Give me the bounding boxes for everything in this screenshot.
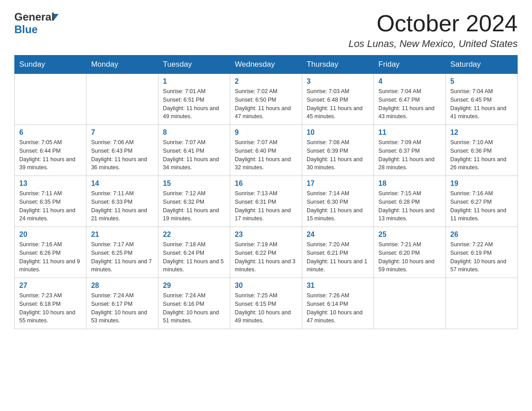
calendar-week-row-4: 20Sunrise: 7:16 AM Sunset: 6:26 PM Dayli… [15, 227, 518, 278]
day-info: Sunrise: 7:16 AM Sunset: 6:26 PM Dayligh… [19, 240, 82, 274]
col-friday: Friday [374, 56, 446, 74]
day-info: Sunrise: 7:11 AM Sunset: 6:35 PM Dayligh… [19, 189, 82, 223]
calendar-cell: 22Sunrise: 7:18 AM Sunset: 6:24 PM Dayli… [158, 227, 230, 278]
calendar-cell: 9Sunrise: 7:07 AM Sunset: 6:40 PM Daylig… [230, 125, 302, 176]
calendar-week-row-2: 6Sunrise: 7:05 AM Sunset: 6:44 PM Daylig… [15, 125, 518, 176]
day-number: 11 [378, 128, 441, 137]
calendar-cell [15, 74, 86, 125]
calendar-cell: 23Sunrise: 7:19 AM Sunset: 6:22 PM Dayli… [230, 227, 302, 278]
calendar-cell: 3Sunrise: 7:03 AM Sunset: 6:48 PM Daylig… [302, 74, 373, 125]
calendar-cell: 8Sunrise: 7:07 AM Sunset: 6:41 PM Daylig… [158, 125, 230, 176]
day-info: Sunrise: 7:26 AM Sunset: 6:14 PM Dayligh… [307, 291, 369, 325]
day-number: 28 [91, 282, 153, 290]
day-number: 17 [307, 180, 369, 188]
day-info: Sunrise: 7:01 AM Sunset: 6:51 PM Dayligh… [163, 87, 225, 121]
calendar-cell: 4Sunrise: 7:04 AM Sunset: 6:47 PM Daylig… [374, 74, 446, 125]
calendar-cell [374, 278, 446, 329]
day-info: Sunrise: 7:14 AM Sunset: 6:30 PM Dayligh… [307, 189, 369, 223]
day-info: Sunrise: 7:05 AM Sunset: 6:44 PM Dayligh… [19, 138, 82, 172]
day-number: 12 [450, 128, 513, 137]
calendar-cell: 5Sunrise: 7:04 AM Sunset: 6:45 PM Daylig… [446, 74, 517, 125]
day-number: 3 [307, 77, 369, 86]
calendar-cell: 27Sunrise: 7:23 AM Sunset: 6:18 PM Dayli… [15, 278, 86, 329]
calendar-cell: 11Sunrise: 7:09 AM Sunset: 6:37 PM Dayli… [374, 125, 446, 176]
day-number: 15 [163, 180, 225, 188]
calendar-cell: 30Sunrise: 7:25 AM Sunset: 6:15 PM Dayli… [230, 278, 302, 329]
day-info: Sunrise: 7:06 AM Sunset: 6:43 PM Dayligh… [91, 138, 153, 172]
day-info: Sunrise: 7:16 AM Sunset: 6:27 PM Dayligh… [450, 189, 513, 223]
calendar-cell: 2Sunrise: 7:02 AM Sunset: 6:50 PM Daylig… [230, 74, 302, 125]
location-title: Los Lunas, New Mexico, United States [348, 38, 518, 50]
calendar-cell: 20Sunrise: 7:16 AM Sunset: 6:26 PM Dayli… [15, 227, 86, 278]
day-info: Sunrise: 7:18 AM Sunset: 6:24 PM Dayligh… [163, 240, 225, 274]
day-info: Sunrise: 7:04 AM Sunset: 6:45 PM Dayligh… [450, 87, 513, 121]
day-info: Sunrise: 7:24 AM Sunset: 6:16 PM Dayligh… [163, 291, 225, 325]
day-info: Sunrise: 7:19 AM Sunset: 6:22 PM Dayligh… [235, 240, 297, 274]
calendar-cell: 26Sunrise: 7:22 AM Sunset: 6:19 PM Dayli… [446, 227, 517, 278]
day-number: 23 [235, 231, 297, 239]
day-number: 26 [450, 231, 513, 239]
day-info: Sunrise: 7:02 AM Sunset: 6:50 PM Dayligh… [235, 87, 297, 121]
logo: General Blue [14, 11, 59, 36]
calendar-cell: 7Sunrise: 7:06 AM Sunset: 6:43 PM Daylig… [86, 125, 158, 176]
calendar-header-row: Sunday Monday Tuesday Wednesday Thursday… [15, 56, 518, 74]
day-number: 7 [91, 128, 153, 137]
calendar-week-row-3: 13Sunrise: 7:11 AM Sunset: 6:35 PM Dayli… [15, 176, 518, 227]
day-info: Sunrise: 7:21 AM Sunset: 6:20 PM Dayligh… [378, 240, 441, 274]
day-info: Sunrise: 7:24 AM Sunset: 6:17 PM Dayligh… [91, 291, 153, 325]
calendar-cell: 13Sunrise: 7:11 AM Sunset: 6:35 PM Dayli… [15, 176, 86, 227]
calendar-cell [86, 74, 158, 125]
calendar-cell: 6Sunrise: 7:05 AM Sunset: 6:44 PM Daylig… [15, 125, 86, 176]
calendar-cell: 12Sunrise: 7:10 AM Sunset: 6:36 PM Dayli… [446, 125, 517, 176]
day-number: 14 [91, 180, 153, 188]
day-number: 31 [307, 282, 369, 290]
day-info: Sunrise: 7:23 AM Sunset: 6:18 PM Dayligh… [19, 291, 82, 325]
day-info: Sunrise: 7:22 AM Sunset: 6:19 PM Dayligh… [450, 240, 513, 274]
day-number: 8 [163, 128, 225, 137]
day-number: 1 [163, 77, 225, 86]
calendar-cell: 24Sunrise: 7:20 AM Sunset: 6:21 PM Dayli… [302, 227, 373, 278]
day-number: 10 [307, 128, 369, 137]
calendar-cell: 18Sunrise: 7:15 AM Sunset: 6:28 PM Dayli… [374, 176, 446, 227]
day-number: 20 [19, 231, 82, 239]
day-number: 13 [19, 180, 82, 188]
logo-triangle-icon [53, 14, 59, 21]
day-number: 16 [235, 180, 297, 188]
day-info: Sunrise: 7:11 AM Sunset: 6:33 PM Dayligh… [91, 189, 153, 223]
calendar-table: Sunday Monday Tuesday Wednesday Thursday… [14, 55, 518, 329]
day-info: Sunrise: 7:25 AM Sunset: 6:15 PM Dayligh… [235, 291, 297, 325]
calendar-cell: 1Sunrise: 7:01 AM Sunset: 6:51 PM Daylig… [158, 74, 230, 125]
day-number: 4 [378, 77, 441, 86]
header: General Blue October 2024 Los Lunas, New… [14, 11, 518, 50]
day-number: 5 [450, 77, 513, 86]
col-thursday: Thursday [302, 56, 373, 74]
day-info: Sunrise: 7:04 AM Sunset: 6:47 PM Dayligh… [378, 87, 441, 121]
day-info: Sunrise: 7:15 AM Sunset: 6:28 PM Dayligh… [378, 189, 441, 223]
day-info: Sunrise: 7:08 AM Sunset: 6:39 PM Dayligh… [307, 138, 369, 172]
month-title: October 2024 [348, 11, 518, 36]
day-info: Sunrise: 7:09 AM Sunset: 6:37 PM Dayligh… [378, 138, 441, 172]
col-monday: Monday [86, 56, 158, 74]
calendar-cell: 19Sunrise: 7:16 AM Sunset: 6:27 PM Dayli… [446, 176, 517, 227]
day-number: 19 [450, 180, 513, 188]
day-number: 25 [378, 231, 441, 239]
day-number: 18 [378, 180, 441, 188]
calendar-cell: 14Sunrise: 7:11 AM Sunset: 6:33 PM Dayli… [86, 176, 158, 227]
title-area: October 2024 Los Lunas, New Mexico, Unit… [348, 11, 518, 50]
calendar-week-row-5: 27Sunrise: 7:23 AM Sunset: 6:18 PM Dayli… [15, 278, 518, 329]
col-tuesday: Tuesday [158, 56, 230, 74]
calendar-cell: 21Sunrise: 7:17 AM Sunset: 6:25 PM Dayli… [86, 227, 158, 278]
col-saturday: Saturday [446, 56, 517, 74]
day-info: Sunrise: 7:20 AM Sunset: 6:21 PM Dayligh… [307, 240, 369, 274]
calendar-cell: 15Sunrise: 7:12 AM Sunset: 6:32 PM Dayli… [158, 176, 230, 227]
calendar-cell: 31Sunrise: 7:26 AM Sunset: 6:14 PM Dayli… [302, 278, 373, 329]
col-wednesday: Wednesday [230, 56, 302, 74]
day-number: 6 [19, 128, 82, 137]
day-info: Sunrise: 7:07 AM Sunset: 6:40 PM Dayligh… [235, 138, 297, 172]
calendar-cell: 25Sunrise: 7:21 AM Sunset: 6:20 PM Dayli… [374, 227, 446, 278]
calendar-cell: 29Sunrise: 7:24 AM Sunset: 6:16 PM Dayli… [158, 278, 230, 329]
day-info: Sunrise: 7:07 AM Sunset: 6:41 PM Dayligh… [163, 138, 225, 172]
day-info: Sunrise: 7:12 AM Sunset: 6:32 PM Dayligh… [163, 189, 225, 223]
day-number: 9 [235, 128, 297, 137]
calendar-cell: 16Sunrise: 7:13 AM Sunset: 6:31 PM Dayli… [230, 176, 302, 227]
